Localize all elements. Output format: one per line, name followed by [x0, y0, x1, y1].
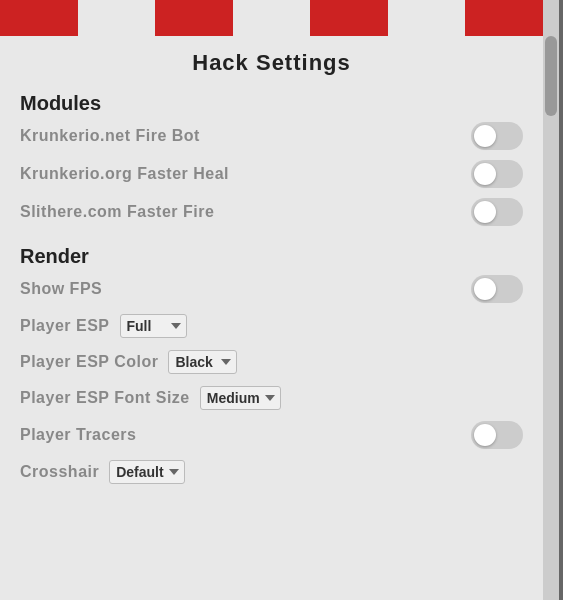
scrollbar-thumb[interactable] [545, 36, 557, 116]
stripe-4 [233, 0, 311, 36]
faster-heal-toggle[interactable] [471, 160, 523, 188]
stripe-5 [310, 0, 388, 36]
row-faster-fire: Slithere.com Faster Fire [0, 193, 543, 231]
section-modules-title: Modules [0, 86, 543, 117]
top-banner [0, 0, 543, 36]
stripe-1 [0, 0, 78, 36]
row-player-esp-font-size: Player ESP Font Size Medium Small Large [0, 380, 543, 416]
page-title: Hack Settings [0, 36, 543, 86]
player-esp-font-size-dropdown[interactable]: Medium Small Large [200, 386, 281, 410]
player-tracers-toggle[interactable] [471, 421, 523, 449]
section-render-title: Render [0, 239, 543, 270]
row-crosshair: Crosshair Default Dot Cross None [0, 454, 543, 490]
row-player-esp: Player ESP Full Box Name Off [0, 308, 543, 344]
main-panel: Hack Settings Modules Krunkerio.net Fire… [0, 0, 543, 600]
show-fps-label: Show FPS [20, 280, 102, 298]
stripe-2 [78, 0, 156, 36]
fire-bot-label: Krunkerio.net Fire Bot [20, 127, 200, 145]
crosshair-dropdown[interactable]: Default Dot Cross None [109, 460, 185, 484]
show-fps-toggle[interactable] [471, 275, 523, 303]
row-player-esp-color: Player ESP Color Black Red Green Blue Wh… [0, 344, 543, 380]
row-show-fps: Show FPS [0, 270, 543, 308]
player-esp-color-label: Player ESP Color [20, 353, 158, 371]
row-faster-heal: Krunkerio.org Faster Heal [0, 155, 543, 193]
faster-fire-label: Slithere.com Faster Fire [20, 203, 214, 221]
stripe-7 [465, 0, 543, 36]
faster-heal-label: Krunkerio.org Faster Heal [20, 165, 229, 183]
scrollbar-track[interactable] [543, 0, 559, 600]
player-esp-color-dropdown[interactable]: Black Red Green Blue White [168, 350, 237, 374]
crosshair-label: Crosshair [20, 463, 99, 481]
player-tracers-label: Player Tracers [20, 426, 136, 444]
content-area: Hack Settings Modules Krunkerio.net Fire… [0, 36, 543, 600]
player-esp-label: Player ESP [20, 317, 110, 335]
stripe-3 [155, 0, 233, 36]
faster-fire-toggle[interactable] [471, 198, 523, 226]
row-player-tracers: Player Tracers [0, 416, 543, 454]
fire-bot-toggle[interactable] [471, 122, 523, 150]
player-esp-dropdown[interactable]: Full Box Name Off [120, 314, 187, 338]
app-wrapper: Hack Settings Modules Krunkerio.net Fire… [0, 0, 563, 600]
player-esp-font-size-label: Player ESP Font Size [20, 389, 190, 407]
divider-1 [0, 231, 543, 239]
stripe-6 [388, 0, 466, 36]
row-fire-bot: Krunkerio.net Fire Bot [0, 117, 543, 155]
